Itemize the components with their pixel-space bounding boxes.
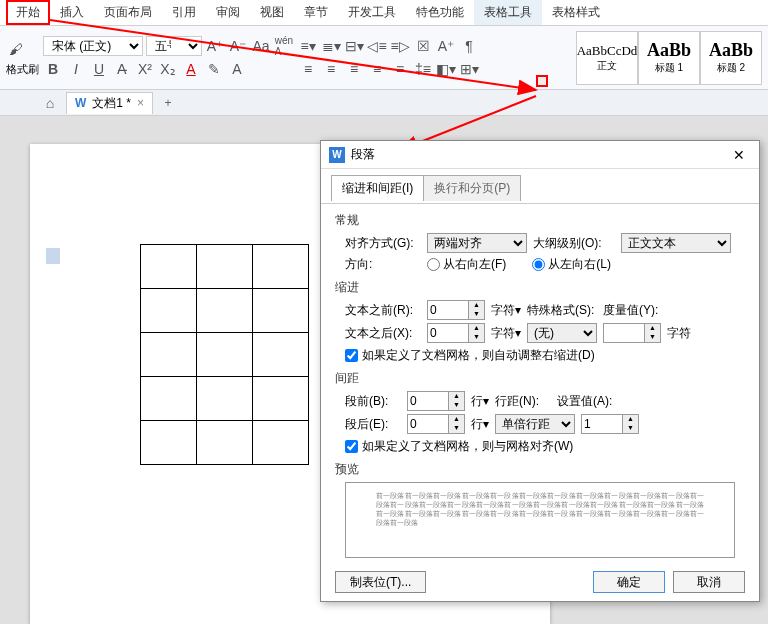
cancel-button[interactable]: 取消 [673, 571, 745, 593]
tab-table-tools[interactable]: 表格工具 [474, 0, 542, 25]
shading-icon[interactable]: ◧▾ [436, 59, 456, 79]
line-spacing-select[interactable]: 单倍行距 [495, 414, 575, 434]
tab-section[interactable]: 章节 [294, 0, 338, 25]
strike-icon[interactable]: A̶ [112, 59, 132, 79]
after-text-label: 文本之后(X): [345, 325, 421, 342]
line-spacing-icon[interactable]: ‡≡ [413, 59, 433, 79]
preview-label: 预览 [335, 461, 745, 478]
align-right-icon[interactable]: ≡ [344, 59, 364, 79]
superscript-icon[interactable]: X² [135, 59, 155, 79]
document-tab-label: 文档1 * [92, 95, 131, 112]
format-painter-label: 格式刷 [6, 62, 39, 77]
close-doc-icon[interactable]: × [137, 96, 144, 110]
align-label: 对齐方式(G): [345, 235, 421, 252]
set-value-spin[interactable]: ▲▼ [581, 414, 639, 434]
font-name-select[interactable]: 宋体 (正文) [43, 36, 143, 56]
tab-layout[interactable]: 页面布局 [94, 0, 162, 25]
change-case-icon[interactable]: Aa [251, 36, 271, 56]
align-select[interactable]: 两端对齐 [427, 233, 527, 253]
indent-label: 缩进 [335, 279, 745, 296]
new-tab-icon[interactable]: + [159, 94, 177, 112]
style-normal[interactable]: AaBbCcDd正文 [576, 31, 638, 85]
char-border-icon[interactable]: A [227, 59, 247, 79]
tab-start[interactable]: 开始 [6, 0, 50, 25]
snap-grid-check[interactable]: 如果定义了文档网格，则与网格对齐(W) [345, 438, 745, 455]
tab-devtools[interactable]: 开发工具 [338, 0, 406, 25]
bullets-icon[interactable]: ≡▾ [298, 36, 318, 56]
rtl-radio[interactable]: 从右向左(F) [427, 256, 506, 273]
format-painter-icon[interactable]: 🖌 [6, 39, 26, 59]
subscript-icon[interactable]: X₂ [158, 59, 178, 79]
home-icon[interactable]: ⌂ [40, 93, 60, 113]
grow-font-icon[interactable]: A⁺ [205, 36, 225, 56]
unit-line2: 行▾ [471, 416, 489, 433]
font-size-select[interactable]: 五号 [146, 36, 202, 56]
font-color-icon[interactable]: A [181, 59, 201, 79]
set-value-label: 设置值(A): [557, 393, 619, 410]
before-text-label: 文本之前(R): [345, 302, 421, 319]
outline-label: 大纲级别(O): [533, 235, 615, 252]
app-icon: W [329, 147, 345, 163]
borders-icon[interactable]: ⊞▾ [459, 59, 479, 79]
outline-select[interactable]: 正文文本 [621, 233, 731, 253]
unit-line1: 行▾ [471, 393, 489, 410]
unit-char2: 字符▾ [491, 325, 521, 342]
tab-table-style[interactable]: 表格样式 [542, 0, 610, 25]
special-select[interactable]: (无) [527, 323, 597, 343]
direction-label: 方向: [345, 256, 421, 273]
style-gallery: AaBbCcDd正文 AaBb标题 1 AaBb标题 2 [576, 31, 762, 85]
line-spacing-label: 行距(N): [495, 393, 551, 410]
space-before-spin[interactable]: ▲▼ [407, 391, 465, 411]
ok-button[interactable]: 确定 [593, 571, 665, 593]
auto-indent-check[interactable]: 如果定义了文档网格，则自动调整右缩进(D) [345, 347, 745, 364]
tab-view[interactable]: 视图 [250, 0, 294, 25]
spacing-label: 间距 [335, 370, 745, 387]
char-scale-icon[interactable]: ☒ [413, 36, 433, 56]
tab-insert[interactable]: 插入 [50, 0, 94, 25]
tab-references[interactable]: 引用 [162, 0, 206, 25]
space-after-spin[interactable]: ▲▼ [407, 414, 465, 434]
document-tab-bar: ⌂ W 文档1 * × + [0, 90, 768, 116]
space-after-label: 段后(E): [345, 416, 401, 433]
ribbon-toolbar: 🖌 格式刷 宋体 (正文) 五号 A⁺ A⁻ Aa wénA B I U A̶ … [0, 26, 768, 90]
bold-icon[interactable]: B [43, 59, 63, 79]
highlight-icon[interactable]: ✎ [204, 59, 224, 79]
measure-unit: 字符 [667, 325, 691, 342]
tab-indent-spacing[interactable]: 缩进和间距(I) [331, 175, 424, 201]
distribute-icon[interactable]: ≡ [390, 59, 410, 79]
dialog-close-icon[interactable]: ✕ [727, 145, 751, 165]
paragraph-dialog-launcher[interactable] [536, 75, 548, 87]
align-center-icon[interactable]: ≡ [321, 59, 341, 79]
phonetic-icon[interactable]: wénA [274, 36, 294, 56]
asian-layout-icon[interactable]: A⁺ [436, 36, 456, 56]
measure-spin[interactable]: ▲▼ [603, 323, 661, 343]
shrink-font-icon[interactable]: A⁻ [228, 36, 248, 56]
style-heading1[interactable]: AaBb标题 1 [638, 31, 700, 85]
style-heading2[interactable]: AaBb标题 2 [700, 31, 762, 85]
italic-icon[interactable]: I [66, 59, 86, 79]
general-label: 常规 [335, 212, 745, 229]
after-text-spin[interactable]: ▲▼ [427, 323, 485, 343]
increase-indent-icon[interactable]: ≡▷ [390, 36, 410, 56]
special-label: 特殊格式(S): [527, 302, 597, 319]
numbering-icon[interactable]: ≣▾ [321, 36, 341, 56]
tabstops-button[interactable]: 制表位(T)... [335, 571, 426, 593]
dialog-title: 段落 [351, 146, 375, 163]
ltr-radio[interactable]: 从左向右(L) [532, 256, 611, 273]
space-before-label: 段前(B): [345, 393, 401, 410]
multilevel-icon[interactable]: ⊟▾ [344, 36, 364, 56]
word-doc-icon: W [75, 96, 86, 110]
before-text-spin[interactable]: ▲▼ [427, 300, 485, 320]
tab-special[interactable]: 特色功能 [406, 0, 474, 25]
tab-review[interactable]: 审阅 [206, 0, 250, 25]
align-left-icon[interactable]: ≡ [298, 59, 318, 79]
decrease-indent-icon[interactable]: ◁≡ [367, 36, 387, 56]
underline-icon[interactable]: U [89, 59, 109, 79]
dialog-titlebar: W 段落 ✕ [321, 141, 759, 169]
page-marker-icon [46, 248, 60, 264]
document-table[interactable] [140, 244, 309, 465]
show-marks-icon[interactable]: ¶ [459, 36, 479, 56]
tab-line-page-break[interactable]: 换行和分页(P) [423, 175, 521, 201]
document-tab[interactable]: W 文档1 * × [66, 92, 153, 114]
align-justify-icon[interactable]: ≡ [367, 59, 387, 79]
